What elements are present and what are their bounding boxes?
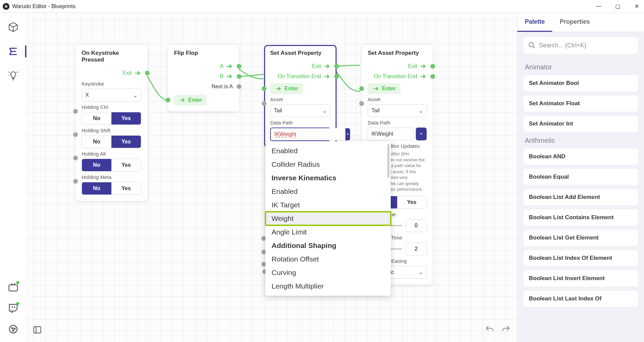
- enter-button[interactable]: Enter: [270, 83, 303, 94]
- sidebar-tool-assets[interactable]: [6, 20, 21, 35]
- sidebar-tool-tips[interactable]: [6, 68, 21, 83]
- field-label: Asset: [368, 96, 427, 102]
- tab-palette[interactable]: Palette: [517, 13, 552, 32]
- port-transition-end[interactable]: [430, 74, 435, 79]
- data-path-text: IKWeight: [371, 131, 393, 137]
- left-sidebar: [0, 13, 26, 342]
- data-path-dropdown-button[interactable]: [345, 128, 350, 140]
- node-flip-flop[interactable]: Flip Flop A B Next is A Enter: [168, 45, 239, 111]
- undo-button[interactable]: [485, 324, 495, 336]
- palette-item[interactable]: Boolean List Contains Element: [523, 209, 638, 226]
- toggle-no[interactable]: No: [82, 159, 111, 171]
- chevron-down-icon: ⌄: [133, 92, 137, 98]
- enter-label: Enter: [382, 86, 396, 92]
- data-path-dropdown-button[interactable]: [416, 128, 427, 140]
- blueprint-canvas[interactable]: On Keystroke Pressed Exit Keystroke X ⌄ …: [26, 13, 517, 342]
- port-exit-label: Exit: [408, 63, 417, 69]
- minimize-button[interactable]: —: [594, 3, 603, 9]
- dropdown-item[interactable]: Weight: [265, 212, 391, 225]
- toggle-yes[interactable]: Yes: [111, 182, 141, 195]
- port-in[interactable]: [73, 179, 78, 184]
- dropdown-item[interactable]: Enabled: [265, 185, 391, 198]
- port-transition-end-label: On Transition End: [374, 73, 417, 79]
- dropdown-item[interactable]: Collider Radius: [265, 158, 391, 171]
- search-input[interactable]: [539, 42, 633, 49]
- sidebar-twitch[interactable]: [6, 301, 20, 315]
- toggle-no[interactable]: No: [82, 112, 111, 124]
- close-button[interactable]: ✕: [632, 3, 641, 9]
- toggle-yes[interactable]: Yes: [111, 136, 141, 148]
- dropdown-item[interactable]: Enabled: [265, 144, 391, 158]
- toggle-yes[interactable]: Yes: [397, 196, 426, 208]
- port-exit[interactable]: [334, 64, 339, 69]
- keystroke-value: X: [85, 92, 89, 98]
- chevron-down-icon: ⌄: [418, 108, 423, 114]
- tab-properties[interactable]: Properties: [552, 13, 597, 32]
- dropdown-item[interactable]: Curving: [265, 266, 391, 279]
- toggle-yes[interactable]: Yes: [111, 112, 141, 124]
- palette-item[interactable]: Set Animator Int: [523, 116, 638, 132]
- port-in[interactable]: [73, 156, 78, 160]
- dropdown-item[interactable]: Length Multiplier: [265, 279, 391, 293]
- port-enter[interactable]: [359, 86, 364, 91]
- port-transition-end[interactable]: [334, 74, 339, 79]
- data-path-value[interactable]: IKWeight: [368, 128, 414, 140]
- port-in[interactable]: [73, 109, 78, 114]
- dropdown-item[interactable]: Rotation Offset: [265, 252, 391, 266]
- holding-meta-toggle[interactable]: No Yes: [82, 182, 141, 195]
- asset-select[interactable]: Tail ⌄: [368, 104, 427, 117]
- palette-item[interactable]: Boolean Equal: [523, 169, 638, 185]
- transition-time-number[interactable]: 2: [406, 243, 427, 255]
- port-b[interactable]: [237, 74, 241, 79]
- port-enter[interactable]: [166, 98, 170, 102]
- palette-item[interactable]: Boolean AND: [523, 149, 638, 165]
- sidebar-settings[interactable]: [6, 322, 20, 336]
- right-panel: Palette Properties AnimatorSet Animator …: [517, 13, 644, 342]
- data-path-field[interactable]: [271, 128, 345, 140]
- palette-item[interactable]: Boolean List Add Element: [523, 189, 638, 205]
- node-set-asset-property-1[interactable]: Set Asset Property Exit On Transition En…: [264, 45, 337, 147]
- toggle-no[interactable]: No: [82, 136, 111, 148]
- port-exit[interactable]: [145, 71, 150, 75]
- data-path-dropdown[interactable]: EnabledCollider RadiusInverse Kinematics…: [265, 141, 391, 296]
- maximize-button[interactable]: ▢: [613, 3, 622, 9]
- chevron-down-icon: ⌄: [322, 108, 327, 114]
- palette-search[interactable]: [523, 37, 638, 54]
- dropdown-item[interactable]: IK Target: [265, 198, 391, 212]
- node-on-keystroke-pressed[interactable]: On Keystroke Pressed Exit Keystroke X ⌄ …: [76, 45, 147, 201]
- redo-button[interactable]: [501, 324, 511, 336]
- toggle-yes[interactable]: Yes: [111, 159, 141, 171]
- dropdown-item[interactable]: Angle Limit: [265, 225, 391, 239]
- holding-ctrl-toggle[interactable]: No Yes: [82, 112, 141, 125]
- port-in[interactable]: [359, 101, 364, 106]
- sidebar-bilibili[interactable]: [6, 280, 20, 294]
- palette-item[interactable]: Set Animator Float: [523, 95, 638, 112]
- port-in[interactable]: [73, 132, 78, 137]
- port-exit[interactable]: [430, 64, 435, 69]
- holding-shift-toggle[interactable]: No Yes: [82, 135, 141, 148]
- port-in[interactable]: [262, 101, 266, 106]
- asset-select[interactable]: Tail ⌄: [270, 104, 330, 117]
- palette-item[interactable]: Boolean List Get Element: [523, 230, 638, 246]
- target-value-number[interactable]: 0: [406, 219, 427, 232]
- toggle-no[interactable]: No: [82, 182, 111, 195]
- keystroke-select[interactable]: X ⌄: [82, 89, 141, 101]
- toggle-panel-button[interactable]: [33, 325, 42, 336]
- holding-alt-toggle[interactable]: No Yes: [82, 159, 141, 172]
- port-a[interactable]: [237, 64, 241, 69]
- field-label: Keystroke: [82, 81, 141, 87]
- palette-item[interactable]: Boolean List Index Of Element: [523, 250, 638, 266]
- field-label: Holding Alt: [82, 151, 141, 157]
- asset-value: Tail: [274, 108, 282, 114]
- sidebar-tool-blueprints[interactable]: [6, 44, 21, 59]
- port-next[interactable]: [237, 84, 241, 89]
- palette-item[interactable]: Boolean List Insert Element: [523, 270, 638, 287]
- port-enter[interactable]: [262, 86, 266, 91]
- data-path-input[interactable]: [270, 128, 330, 141]
- palette-item[interactable]: Boolean List Last Index Of: [523, 291, 638, 307]
- enter-button[interactable]: Enter: [174, 95, 207, 106]
- scrollbar[interactable]: [387, 144, 389, 178]
- undo-redo-controls: [485, 324, 511, 336]
- enter-button[interactable]: Enter: [368, 83, 401, 94]
- palette-item[interactable]: Set Animator Bool: [523, 75, 638, 91]
